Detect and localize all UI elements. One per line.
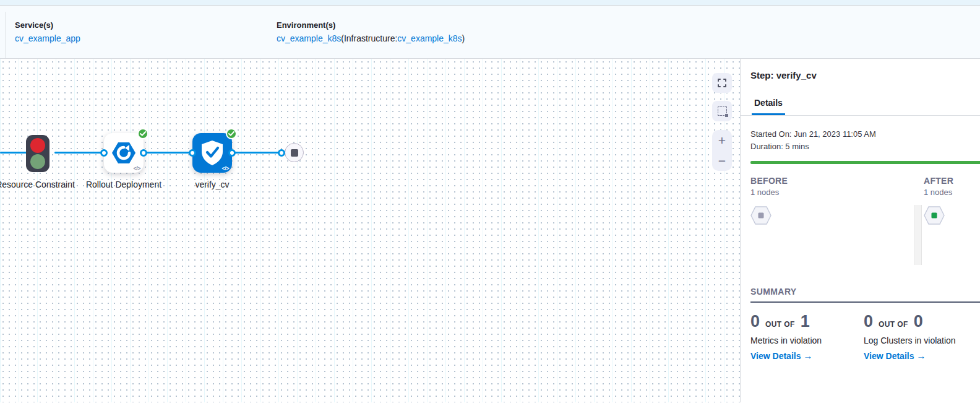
out-of-text: OUT OF	[765, 320, 795, 329]
before-node-hexagon[interactable]	[750, 206, 772, 227]
marquee-select-button[interactable]	[712, 101, 732, 121]
log-clusters-violation-label: Log Clusters in violation	[864, 336, 956, 345]
hexagon-node-icon	[750, 206, 772, 225]
port-right	[228, 149, 236, 157]
summary-label: SUMMARY	[750, 287, 797, 297]
environment-block: Environment(s) cv_example_k8s(Infrastruc…	[277, 20, 465, 43]
service-link[interactable]: cv_example_app	[15, 33, 80, 43]
execution-header: Service(s) cv_example_app Environment(s)…	[0, 6, 980, 59]
tab-details[interactable]: Details	[752, 98, 785, 115]
log-clusters-total-count: 0	[914, 312, 923, 331]
resource-constraint-node[interactable]	[26, 135, 49, 172]
arrow-right-icon: →	[803, 350, 812, 361]
before-node-count: 1 nodes	[750, 188, 914, 197]
port-left	[100, 149, 108, 157]
arrow-right-icon: →	[916, 350, 926, 361]
after-column: AFTER 1 nodes	[914, 176, 970, 282]
zoom-controls: + −	[712, 130, 732, 171]
rollout-deployment-node[interactable]: </>	[104, 133, 144, 173]
port-left	[278, 149, 285, 157]
connector-edge	[0, 152, 27, 154]
before-label: BEFORE	[750, 176, 914, 186]
node-label-verify-cv: verify_cv	[169, 178, 256, 191]
connector-edge	[232, 152, 282, 154]
infrastructure-prefix: (Infrastructure:	[341, 33, 397, 43]
step-details-panel: Step: verify_cv Details Started On: Jun …	[740, 59, 980, 402]
verify-shield-icon	[200, 140, 225, 166]
node-label-resource-constraint: Resource Constraint	[0, 178, 79, 191]
progress-bar	[750, 161, 980, 164]
log-clusters-violation-count: 0	[864, 312, 873, 331]
connector-edge	[54, 152, 104, 154]
view-details-text: View Details	[750, 351, 801, 361]
environment-label: Environment(s)	[277, 20, 465, 30]
hexagon-node-icon	[924, 206, 945, 225]
metrics-violation-count: 0	[750, 312, 760, 331]
rollout-deployment-icon	[111, 142, 136, 164]
connector-edge	[144, 152, 192, 154]
log-clusters-view-details-link[interactable]: View Details →	[864, 350, 956, 361]
metrics-view-details-link[interactable]: View Details →	[750, 350, 864, 361]
infrastructure-link[interactable]: cv_example_k8s	[397, 33, 462, 43]
verify-cv-node[interactable]: </>	[192, 133, 232, 173]
environment-suffix: )	[462, 33, 465, 43]
after-node-count: 1 nodes	[924, 188, 970, 197]
panel-tabs: Details	[741, 97, 980, 116]
before-after-comparison: BEFORE 1 nodes AFTER 1 nodes	[750, 176, 970, 282]
fullscreen-icon	[716, 77, 728, 89]
top-accent-strip	[0, 0, 980, 6]
header-edge-divider	[5, 12, 6, 58]
metrics-violation-label: Metrics in violation	[750, 336, 864, 345]
pipeline-end-node	[285, 143, 304, 162]
log-clusters-violation-stat: 0 OUT OF 0 Log Clusters in violation Vie…	[864, 312, 956, 361]
metrics-total-count: 1	[801, 312, 810, 331]
after-node-hexagon[interactable]	[924, 206, 945, 227]
success-badge-icon	[226, 128, 237, 139]
code-icon: </>	[221, 165, 229, 171]
node-label-rollout-deployment: Rollout Deployment	[80, 178, 167, 191]
summary-header: SUMMARY	[750, 286, 980, 303]
started-on-text: Started On: Jun 21, 2023 11:05 AM	[750, 128, 970, 141]
before-column: BEFORE 1 nodes	[750, 176, 914, 282]
port-right	[140, 149, 147, 157]
before-after-scrollbar[interactable]	[914, 205, 922, 265]
service-block: Service(s) cv_example_app	[15, 20, 80, 43]
view-details-text: View Details	[864, 351, 914, 361]
zoom-in-button[interactable]: +	[712, 130, 732, 150]
environment-link[interactable]: cv_example_k8s	[277, 33, 341, 43]
duration-text: Duration: 5 mins	[750, 141, 970, 153]
zoom-out-button[interactable]: −	[712, 150, 732, 171]
code-icon: </>	[133, 165, 140, 171]
out-of-text: OUT OF	[879, 320, 908, 329]
traffic-light-green-icon	[30, 154, 45, 169]
fullscreen-button[interactable]	[712, 73, 732, 93]
panel-title: Step: verify_cv	[741, 59, 980, 80]
pipeline-canvas[interactable]: Resource Constraint </> Rollout Deployme…	[0, 59, 740, 402]
service-label: Service(s)	[15, 20, 80, 30]
summary-stats: 0 OUT OF 1 Metrics in violation View Det…	[750, 312, 970, 361]
marquee-select-icon	[718, 106, 727, 116]
traffic-light-red-icon	[30, 138, 45, 153]
port-left	[189, 149, 196, 157]
after-label: AFTER	[924, 176, 970, 186]
stop-icon	[291, 149, 298, 157]
success-badge-icon	[137, 128, 148, 139]
metrics-violation-stat: 0 OUT OF 1 Metrics in violation View Det…	[750, 312, 864, 361]
